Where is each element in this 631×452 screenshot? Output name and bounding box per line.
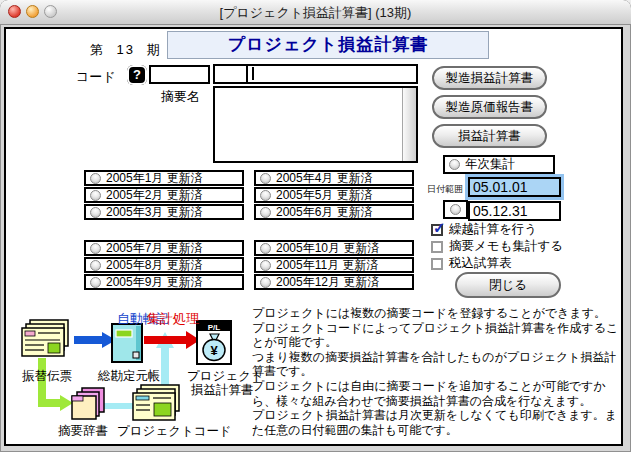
manufacturing-cost-button[interactable]: 製造原価報告書 <box>432 95 547 119</box>
description-line: プロジェクト損益計算書は月次更新をしなくても印刷できます。また任意の日付範囲の集… <box>252 408 626 437</box>
window-title: [プロジェクト損益計算書] (13期) <box>0 4 631 22</box>
textarea-scrollbar[interactable] <box>402 88 416 161</box>
date-from-input[interactable]: 05.01.01 <box>468 177 561 197</box>
page-title: プロジェクト損益計算書 <box>167 31 489 59</box>
close-button[interactable]: 閉じる <box>455 272 561 298</box>
app-window: [プロジェクト損益計算書] (13期) 第 13 期 プロジェクト損益計算書 コ… <box>0 0 631 452</box>
month-radio-dec[interactable]: 2005年12月 更新済 <box>254 274 414 290</box>
code-name-field[interactable] <box>213 64 418 84</box>
checkbox-label: 税込試算表 <box>449 255 512 272</box>
month-label: 2005年2月 更新済 <box>106 187 203 204</box>
description-text: プロジェクトには複数の摘要コードを登録することができます。 プロジェクトコードに… <box>252 306 626 437</box>
pl-statement-button[interactable]: 損益計算書 <box>432 124 547 148</box>
tax-included-checkbox[interactable]: 税込試算表 <box>431 255 512 272</box>
month-label: 2005年10月 更新済 <box>276 240 379 257</box>
date-range-radio[interactable] <box>443 200 468 219</box>
summary-textarea[interactable] <box>213 86 418 163</box>
checkbox-icon: ✓ <box>431 224 443 236</box>
radio-icon <box>90 207 101 218</box>
month-radio-oct[interactable]: 2005年10月 更新済 <box>254 240 414 256</box>
radio-icon <box>449 159 460 170</box>
annual-total-label: 年次集計 <box>465 156 515 173</box>
month-label: 2005年12月 更新済 <box>276 274 379 291</box>
radio-icon <box>90 190 101 201</box>
radio-icon <box>90 173 101 184</box>
radio-icon <box>90 277 101 288</box>
carryover-checkbox[interactable]: ✓ 繰越計算を行う <box>431 221 537 238</box>
month-label: 2005年4月 更新済 <box>276 170 373 187</box>
month-label: 2005年11月 更新済 <box>276 257 379 274</box>
checkbox-label: 摘要メモも集計する <box>449 238 563 255</box>
month-radio-apr[interactable]: 2005年4月 更新済 <box>254 170 414 186</box>
checkbox-label: 繰越計算を行う <box>449 221 537 238</box>
code-label: コード <box>76 68 116 86</box>
description-line: つまり複数の摘要損益計算書を合計したものがプロジェクト損益計算書です。 <box>252 350 626 379</box>
month-radio-feb[interactable]: 2005年2月 更新済 <box>84 187 244 203</box>
month-radio-nov[interactable]: 2005年11月 更新済 <box>254 257 414 273</box>
radio-icon <box>260 190 271 201</box>
month-radio-jan[interactable]: 2005年1月 更新済 <box>84 170 244 186</box>
month-label: 2005年1月 更新済 <box>106 170 203 187</box>
month-label: 2005年5月 更新済 <box>276 187 373 204</box>
summary-memo-checkbox[interactable]: 摘要メモも集計する <box>431 238 563 255</box>
description-line: プロジェクトには複数の摘要コードを登録することができます。 <box>252 306 626 321</box>
radio-icon <box>260 260 271 271</box>
month-label: 2005年8月 更新済 <box>106 257 203 274</box>
help-button[interactable]: ? <box>127 65 147 85</box>
checkmark-icon: ✓ <box>433 220 446 235</box>
month-label: 2005年7月 更新済 <box>106 240 203 257</box>
period-label: 第 13 期 <box>90 41 162 59</box>
code-input[interactable] <box>149 65 210 84</box>
radio-icon <box>260 207 271 218</box>
month-label: 2005年9月 更新済 <box>106 274 203 291</box>
month-label: 2005年6月 更新済 <box>276 204 373 221</box>
month-label: 2005年3月 更新済 <box>106 204 203 221</box>
summary-name-label: 摘要名 <box>161 88 200 106</box>
manufacturing-pl-button[interactable]: 製造損益計算書 <box>432 66 547 90</box>
month-radio-mar[interactable]: 2005年3月 更新済 <box>84 204 244 220</box>
month-radio-jun[interactable]: 2005年6月 更新済 <box>254 204 414 220</box>
month-radio-sep[interactable]: 2005年9月 更新済 <box>84 274 244 290</box>
field-divider <box>246 66 248 82</box>
checkbox-icon <box>431 258 443 270</box>
title-bar[interactable]: [プロジェクト損益計算書] (13期) <box>0 0 631 25</box>
radio-icon <box>450 204 461 215</box>
annual-total-radio[interactable]: 年次集計 <box>443 155 555 174</box>
month-radio-may[interactable]: 2005年5月 更新済 <box>254 187 414 203</box>
checkbox-icon <box>431 241 443 253</box>
description-line: プロジェクトコードによってプロジェクト損益計算書を作成することが可能です。 <box>252 321 626 350</box>
description-line: プロジェクトには自由に摘要コードを追加することが可能ですから、様々な組み合わせで… <box>252 379 626 408</box>
date-range-label: 日付範囲 <box>427 183 463 196</box>
month-radio-jul[interactable]: 2005年7月 更新済 <box>84 240 244 256</box>
radio-icon <box>90 260 101 271</box>
radio-icon <box>260 243 271 254</box>
month-radio-aug[interactable]: 2005年8月 更新済 <box>84 257 244 273</box>
radio-icon <box>260 277 271 288</box>
date-to-input[interactable]: 05.12.31 <box>468 201 561 221</box>
radio-icon <box>260 173 271 184</box>
text-caret <box>252 67 254 80</box>
radio-icon <box>90 243 101 254</box>
